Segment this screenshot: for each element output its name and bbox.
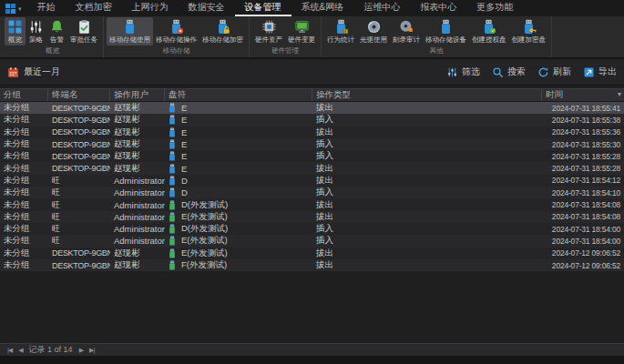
menu-tab[interactable]: 报表中心 (410, 0, 466, 16)
column-header[interactable]: 分组 (0, 89, 48, 101)
table-row[interactable]: 未分组DESKTOP-9GBNA80赵现彬E插入2024-07-31 18:55… (0, 150, 624, 162)
column-header[interactable]: 盘符 (165, 89, 312, 101)
app-menu-button[interactable]: ▾ (4, 0, 27, 16)
ribbon-group-name: 移动存储 (107, 46, 246, 57)
cell-time: 2024-07-31 18:54:00 (542, 235, 624, 247)
table-row[interactable]: 未分组旺AdministratorE(外发测试)插入2024-07-31 18:… (0, 235, 624, 247)
column-header[interactable]: 时间▾ (542, 89, 624, 101)
cell-drive-label: E (181, 139, 187, 149)
nav-next-button[interactable]: ▶ (79, 347, 83, 354)
cell-drive-label: E(外发测试) (181, 211, 228, 223)
column-header[interactable]: 终端名 (48, 89, 110, 101)
ribbon-item[interactable]: 创建授权盘 (469, 17, 509, 46)
ribbon-item[interactable]: 硬件资产 (252, 17, 285, 46)
cell-group: 未分组 (0, 175, 48, 187)
cell-drive: E (165, 138, 312, 150)
cell-drive: E(外发测试) (165, 211, 312, 223)
usb-drive-green-icon (169, 200, 176, 210)
record-count-label: 记录 1 of 14 (29, 344, 73, 356)
ribbon-group-name: 其他 (324, 46, 548, 57)
nav-prev-button[interactable]: ◀ (18, 347, 22, 354)
menu-tab[interactable]: 文档加密 (66, 0, 122, 16)
cell-user: Administrator (110, 198, 165, 210)
cell-drive: E (165, 126, 312, 138)
cell-operation: 插入 (312, 114, 542, 126)
table-row[interactable]: 未分组DESKTOP-9GBNA80赵现彬E拔出2024-07-31 18:55… (0, 162, 624, 174)
cell-user: Administrator (110, 175, 165, 187)
nav-last-button[interactable]: ▶| (89, 347, 94, 354)
ribbon-item[interactable]: 概览 (5, 17, 26, 46)
cell-operation: 拔出 (312, 102, 542, 114)
menu-tab[interactable]: 系统&网络 (292, 0, 354, 16)
cell-terminal: 旺 (48, 235, 110, 247)
cell-operation: 插入 (312, 150, 542, 162)
monitor-icon (294, 19, 310, 35)
table-row[interactable]: 未分组DESKTOP-9GBNA80赵现彬E插入2024-07-31 18:55… (0, 138, 624, 150)
ribbon-item[interactable]: 光驱使用 (357, 17, 390, 46)
ribbon-item[interactable]: 行为统计 (324, 17, 357, 46)
cell-user: 赵现彬 (110, 126, 165, 138)
ribbon-item[interactable]: 告警 (46, 17, 67, 46)
filter-caret-icon[interactable]: ▾ (618, 90, 621, 98)
cell-user: 赵现彬 (110, 259, 165, 271)
table-row[interactable]: 未分组旺AdministratorD插入2024-07-31 18:54:10 (0, 187, 624, 198)
cell-operation: 拔出 (312, 198, 542, 210)
grid-icon (7, 19, 23, 35)
cell-drive-label: D (181, 176, 188, 186)
table-row[interactable]: 未分组DESKTOP-9GBNA80赵现彬E插入2024-07-31 18:55… (0, 114, 624, 126)
table-row[interactable]: 未分组旺AdministratorD拔出2024-07-31 18:54:12 (0, 175, 624, 187)
cell-user: Administrator (110, 211, 165, 223)
table-row[interactable]: 未分组旺AdministratorE(外发测试)拔出2024-07-31 18:… (0, 211, 624, 223)
nav-first-button[interactable]: |◀ (7, 347, 12, 354)
ribbon-item[interactable]: 移动存储使用 (107, 17, 153, 46)
toolbar-buttons: 筛选搜索刷新导出 (446, 66, 617, 78)
table-row[interactable]: 未分组DESKTOP-9GBNA80赵现彬E(外发测试)拔出2024-07-12… (0, 248, 624, 259)
usb-lock-icon (215, 19, 230, 35)
cell-drive-label: E (181, 151, 187, 161)
ribbon-item[interactable]: 策略 (26, 17, 46, 46)
cell-user: Administrator (110, 235, 165, 247)
cell-time: 2024-07-31 18:55:36 (542, 126, 624, 138)
usb-drive-blue-icon (169, 164, 176, 174)
column-header[interactable]: 操作用户 (110, 89, 165, 101)
table-row[interactable]: 未分组DESKTOP-9GBNA80赵现彬E拔出2024-07-31 18:55… (0, 126, 624, 138)
cell-group: 未分组 (0, 248, 48, 259)
menu-tab[interactable]: 更多功能 (466, 0, 523, 16)
menu-tab[interactable]: 运维中心 (353, 0, 410, 16)
cell-drive: E(外发测试) (165, 235, 312, 247)
ribbon-item[interactable]: 创建加密盘 (509, 17, 549, 46)
date-range-button[interactable]: 最近一月 (7, 66, 60, 78)
table-row[interactable]: 未分组旺AdministratorD(外发测试)拔出2024-07-31 18:… (0, 198, 624, 210)
cell-operation: 拔出 (312, 162, 542, 174)
usb-drive-green-icon (169, 248, 176, 258)
cell-drive-label: E(外发测试) (181, 248, 228, 259)
cell-terminal: DESKTOP-9GBNA80 (48, 138, 110, 150)
menu-tab[interactable]: 开始 (27, 0, 66, 16)
ribbon-item[interactable]: 移动存储操作 (153, 17, 199, 46)
cell-drive: D (165, 187, 312, 198)
cell-group: 未分组 (0, 114, 48, 126)
usb-drive-blue-icon (169, 176, 176, 186)
table-row[interactable]: 未分组DESKTOP-9GBNA80赵现彬F(外发测试)拔出2024-07-12… (0, 259, 624, 271)
window-bottom-strip (0, 356, 624, 364)
menu-tab[interactable]: 数据安全 (179, 0, 235, 16)
cell-time: 2024-07-12 09:06:52 (542, 248, 624, 259)
cell-group: 未分组 (0, 198, 48, 210)
filter-button[interactable]: 筛选 (446, 66, 480, 78)
export-button[interactable]: 导出 (583, 66, 617, 78)
ribbon-item[interactable]: 审批任务 (67, 17, 100, 46)
ribbon-item[interactable]: 硬件变更 (285, 17, 318, 46)
cell-drive-label: D(外发测试) (181, 223, 228, 235)
column-header[interactable]: 操作类型 (312, 89, 542, 101)
table-row[interactable]: 未分组DESKTOP-9GBNA80赵现彬E拔出2024-07-31 18:55… (0, 102, 624, 114)
ribbon-item[interactable]: 移动存储加密 (199, 17, 246, 46)
refresh-button[interactable]: 刷新 (537, 66, 571, 78)
table-row[interactable]: 未分组旺AdministratorD(外发测试)插入2024-07-31 18:… (0, 223, 624, 235)
ribbon-item[interactable]: 刻录审计 (390, 17, 423, 46)
ribbon-item[interactable]: 移动存储设备 (423, 17, 469, 46)
menu-tab[interactable]: 上网行为 (122, 0, 179, 16)
cell-operation: 插入 (312, 235, 542, 247)
search-button[interactable]: 搜索 (492, 66, 526, 78)
menu-tab[interactable]: 设备管理 (235, 0, 292, 16)
cell-group: 未分组 (0, 162, 48, 174)
